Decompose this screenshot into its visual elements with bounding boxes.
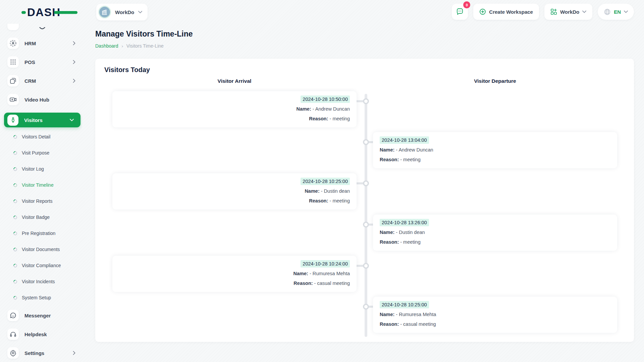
chevron-right-icon [73,41,75,45]
sidebar-item-visitors[interactable]: Visitors [4,113,80,127]
workspace-dropdown[interactable]: WorkDo [544,4,592,20]
event-name: - Rumuresa Mehta [310,271,350,276]
sidebar-item-settings[interactable]: Settings [0,347,82,359]
sidebar-item-label: Messenger [24,313,51,318]
event-timestamp: 2024-10-28 13:04:00 [380,136,429,144]
sidebar-item-pre-registration[interactable]: Pre Registration [0,225,82,241]
event-reason: - meeting [400,239,420,245]
sidebar-item-visitor-timeline[interactable]: Visitor Timeline [0,177,82,193]
event-reason: - casual meeting [314,281,350,286]
visitors-today-panel: Visitors Today Visitor Arrival Visitor D… [95,59,634,342]
sidebar-item-visitors-detail[interactable]: Visitors Detail [0,129,82,145]
page-title: Manage Visitors Time-Line [95,29,193,39]
event-reason: - meeting [330,198,350,203]
arrival-event-card: 2024-10-28 10:24:00 Name: - Rumuresa Meh… [112,256,357,292]
pos-icon [9,58,17,66]
building-icon [101,8,108,16]
sidebar-item-label: Video Hub [24,97,49,103]
chevron-right-icon [73,60,75,64]
event-name: - Andrew Duncan [396,147,433,153]
timeline-node [363,180,369,186]
arrival-column-header: Visitor Arrival [112,78,357,84]
sidebar-item-label: CRM [24,78,36,84]
submenu-bullet-icon [13,134,18,139]
arrival-event-card: 2024-10-28 10:50:00 Name: - Andrew Dunca… [112,91,357,127]
submenu-bullet-icon [13,215,18,220]
chevron-down-icon [138,11,142,13]
chevron-down-icon [582,10,586,13]
sidebar-item-visit-purpose[interactable]: Visit Purpose [0,145,82,161]
clipped-label-fragment [39,27,46,31]
event-reason: - casual meeting [400,321,436,327]
workspace-chip[interactable]: WorkDo [96,4,148,20]
sidebar-item-clipped[interactable] [0,24,82,30]
hrm-icon [9,40,17,47]
messages-button[interactable]: 0 [452,4,468,20]
language-label: EN [614,9,621,15]
event-timestamp: 2024-10-28 10:25:00 [301,178,350,185]
chevron-right-icon [73,351,75,355]
sidebar-item-label: Settings [24,350,44,356]
dash-logo[interactable]: DASH [21,5,78,19]
plus-circle-icon [479,8,486,15]
sidebar-item-helpdesk[interactable]: Helpdesk [0,328,82,340]
departure-column-header: Visitor Departure [373,78,617,84]
messages-badge: 0 [463,1,470,8]
language-selector[interactable]: EN [598,4,634,20]
breadcrumb: Dashboard › Visitors Time-Line [95,43,164,49]
submenu-bullet-icon [13,279,18,284]
workspace-avatar [98,6,111,18]
sidebar: HRM POS CRM [0,24,82,362]
event-timestamp: 2024-10-28 10:25:00 [380,301,429,308]
timeline-node [363,263,369,269]
event-reason: - meeting [330,116,350,121]
sidebar-item-visitor-log[interactable]: Visitor Log [0,161,82,177]
breadcrumb-separator: › [122,44,123,49]
submenu-bullet-icon [13,198,18,203]
sidebar-item-label: Helpdesk [24,331,47,337]
timeline-node [363,139,369,145]
create-workspace-label: Create Workspace [489,9,533,15]
clipped-module-icon [7,24,19,30]
event-timestamp: 2024-10-28 13:26:00 [380,219,429,226]
timeline-node [363,304,369,310]
chevron-right-icon [73,79,75,83]
visitor-person-icon [10,117,16,123]
timeline-line [365,94,367,337]
timeline-node [363,98,369,104]
departure-event-card: 2024-10-28 13:04:00 Name: - Andrew Dunca… [373,132,617,168]
event-name: - Andrew Duncan [313,106,350,112]
sidebar-item-visitor-compliance[interactable]: Visitor Compliance [0,257,82,274]
sidebar-item-visitor-incidents[interactable]: Visitor Incidents [0,274,82,290]
sidebar-item-visitor-documents[interactable]: Visitor Documents [0,241,82,257]
submenu-bullet-icon [13,295,18,300]
event-name: - Rumuresa Mehta [396,312,436,317]
event-name: - Dustin dean [396,230,425,235]
sidebar-item-messenger[interactable]: Messenger [0,310,82,321]
arrival-event-card: 2024-10-28 10:25:00 Name: - Dustin dean … [112,173,357,209]
event-name: - Dustin dean [321,188,350,194]
sidebar-item-visitor-badge[interactable]: Visitor Badge [0,209,82,225]
main-content: Manage Visitors Time-Line Dashboard › Vi… [82,24,644,362]
create-workspace-button[interactable]: Create Workspace [473,4,539,20]
crm-icon [9,77,17,84]
globe-icon [604,8,611,15]
submenu-bullet-icon [13,150,18,155]
headphones-icon [9,330,17,338]
sidebar-item-system-setup[interactable]: System Setup [0,290,82,306]
sidebar-item-pos[interactable]: POS [0,56,82,68]
sidebar-item-visitor-reports[interactable]: Visitor Reports [0,193,82,209]
sidebar-item-crm[interactable]: CRM [0,75,82,86]
sidebar-item-video-hub[interactable]: Video Hub [0,94,82,105]
departure-event-card: 2024-10-28 13:26:00 Name: - Dustin dean … [373,215,617,251]
sidebar-item-label: Visitors [24,117,43,123]
submenu-bullet-icon [13,247,18,252]
visitors-submenu: Visitors Detail Visit Purpose Visitor Lo… [0,129,82,306]
panel-title: Visitors Today [104,66,150,74]
breadcrumb-dashboard[interactable]: Dashboard [95,43,118,49]
timeline-node [363,222,369,228]
sidebar-item-hrm[interactable]: HRM [0,38,82,49]
submenu-bullet-icon [13,263,18,268]
event-reason: - meeting [400,157,420,162]
messenger-icon [9,312,17,319]
